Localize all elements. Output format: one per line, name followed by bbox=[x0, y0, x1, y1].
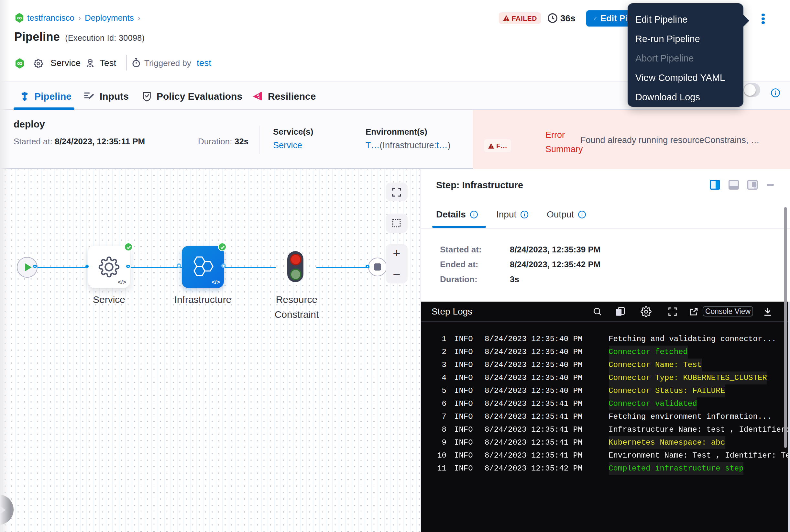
svg-text:∞: ∞ bbox=[17, 59, 23, 67]
svg-text:∞: ∞ bbox=[17, 14, 22, 21]
